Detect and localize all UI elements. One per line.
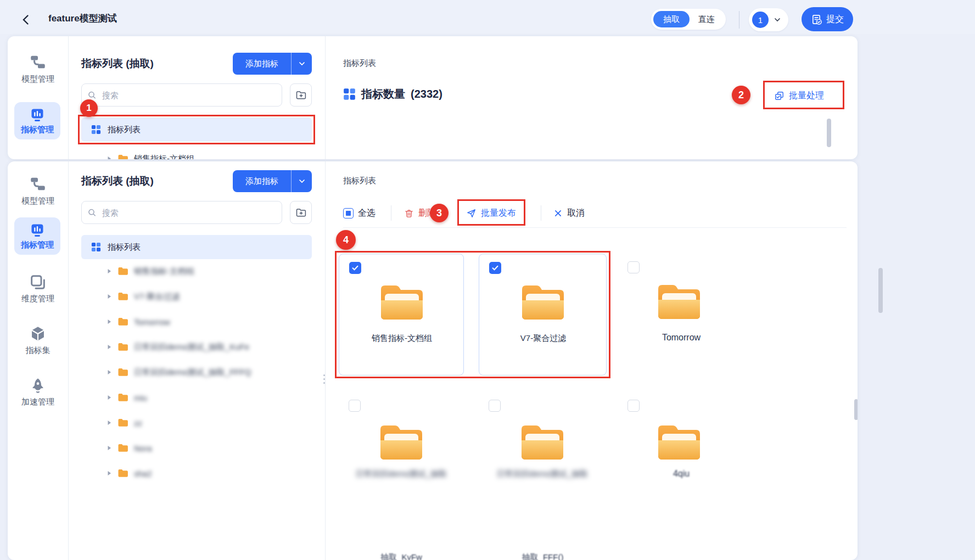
toggle-direct[interactable]: 直连	[690, 14, 724, 25]
add-metric-dropdown[interactable]	[291, 170, 312, 192]
submit-button[interactable]: 提交	[802, 7, 853, 31]
tree-item-metric-list[interactable]: 指标列表	[81, 117, 312, 142]
folder-name: Tomorrow	[619, 333, 744, 343]
tree-item-metric-list[interactable]: 指标列表	[81, 235, 312, 259]
tree-item[interactable]: 日常回归demo测试_抽取_FFFQ	[81, 360, 317, 385]
breadcrumb: 指标列表	[343, 176, 376, 186]
search-input[interactable]	[101, 208, 276, 218]
sidebar-item-label: 指标集	[26, 345, 51, 356]
select-all-label: 全选	[358, 208, 376, 219]
select-all-control[interactable]: 全选	[343, 208, 376, 219]
cube-icon	[29, 325, 47, 343]
caret-right-icon	[107, 395, 112, 400]
tree-item[interactable]: Nora	[81, 435, 317, 461]
scrollbar-thumb[interactable]	[854, 399, 858, 420]
folder-card-selected[interactable]: 销售指标-文档组	[339, 254, 464, 376]
tree-item[interactable]: V7-聚合过滤	[81, 284, 317, 309]
folder-name: 日常回归demo测试_抽取	[474, 469, 610, 479]
add-metric-button[interactable]: 添加指标	[233, 53, 291, 75]
model-connector-icon	[29, 53, 47, 71]
checkbox-checked[interactable]	[349, 262, 361, 274]
chevron-down-icon	[298, 177, 306, 186]
tree-item[interactable]: sha2	[81, 461, 317, 486]
search-box	[81, 201, 282, 224]
folder-tree: 销售指标-文档组 V7-聚合过滤 Tomorrow 日常回归demo测试_抽取_…	[81, 259, 317, 486]
tree-item[interactable]: zz	[81, 410, 317, 435]
batch-publish-button[interactable]: 批量发布	[466, 208, 516, 219]
folder-icon	[117, 418, 128, 428]
tree-item[interactable]: miu	[81, 385, 317, 410]
folder-icon	[117, 443, 128, 453]
folder-icon	[117, 468, 128, 478]
sidebar-item-label: 模型管理	[21, 196, 54, 206]
folder-card[interactable]: Tomorrow	[619, 254, 744, 376]
checkbox-unchecked[interactable]	[627, 261, 640, 273]
folder-large-icon	[378, 281, 426, 323]
tree-item-label: 销售指标-文档组	[134, 266, 194, 277]
chevron-down-icon	[298, 59, 306, 68]
tree-item-label: 销售指标-文档组	[134, 154, 194, 160]
checkbox-unchecked[interactable]	[349, 400, 361, 412]
tree-item-label: 日常回归demo测试_抽取_FFFQ	[134, 367, 251, 378]
sidebar-item-label: 维度管理	[21, 294, 54, 304]
add-metric-button[interactable]: 添加指标	[233, 170, 291, 192]
page-scrollbar-thumb[interactable]	[878, 268, 883, 313]
close-icon	[553, 209, 563, 218]
add-metric-dropdown[interactable]	[291, 53, 312, 75]
batch-copy-check-icon	[774, 91, 785, 101]
panel-top: 模型管理 指标管理 指标列表 (抽取) 添加指标	[8, 36, 858, 159]
back-button[interactable]	[20, 13, 33, 29]
tree-item[interactable]: Tomorrow	[81, 309, 317, 334]
search-icon	[87, 90, 97, 100]
sidebar-item-metric-set[interactable]: 指标集	[8, 325, 68, 356]
toggle-extract[interactable]: 抽取	[653, 11, 690, 27]
sidebar-item-model-mgmt[interactable]: 模型管理	[8, 53, 68, 85]
version-dropdown[interactable]: 1	[749, 8, 788, 31]
rail-divider	[68, 161, 69, 560]
top-bar: feature模型测试 抽取 直连 1 提交	[0, 0, 975, 34]
pane-resize-handle[interactable]	[323, 374, 325, 384]
annotation-circle-1: 1	[80, 99, 98, 117]
folder-card-selected[interactable]: V7-聚合过滤	[479, 254, 607, 376]
folder-icon	[117, 292, 128, 301]
checkbox-unchecked[interactable]	[489, 400, 501, 412]
tree-item[interactable]: 日常回归demo测试_抽取_KuFe	[81, 334, 317, 360]
cancel-button[interactable]: 取消	[553, 208, 585, 219]
checkbox-checked[interactable]	[489, 262, 501, 274]
pane-divider	[325, 36, 326, 159]
dimension-layers-icon	[29, 273, 47, 291]
scrollbar-thumb[interactable]	[827, 119, 831, 147]
add-folder-button[interactable]	[290, 83, 312, 107]
metric-monitor-icon	[30, 222, 45, 238]
checkbox-unchecked[interactable]	[627, 400, 640, 412]
tree-item-label: 指标列表	[108, 125, 141, 135]
sidebar-item-dimension-mgmt[interactable]: 维度管理	[8, 273, 68, 304]
folder-name: 4qiu	[619, 469, 744, 479]
sidebar-item-label: 模型管理	[21, 74, 54, 85]
folder-icon	[117, 367, 128, 377]
folder-large-icon	[519, 281, 567, 323]
select-all-checkbox[interactable]	[343, 208, 354, 219]
folder-icon	[117, 154, 128, 159]
search-icon	[87, 208, 97, 217]
tree-item[interactable]: 销售指标-文档组	[81, 259, 317, 284]
search-input[interactable]	[101, 90, 276, 100]
sidebar-item-label: 指标管理	[21, 240, 54, 250]
batch-process-button[interactable]: 批量处理	[774, 88, 824, 103]
sidebar-item-model-mgmt[interactable]: 模型管理	[8, 175, 68, 206]
sidebar-item-metric-mgmt[interactable]: 指标管理	[14, 217, 60, 255]
sidebar-item-metric-mgmt[interactable]: 指标管理	[14, 102, 60, 139]
folder-subline: 抽取_FFF()	[479, 552, 607, 560]
toolbar-divider	[391, 205, 391, 221]
check-icon	[351, 264, 359, 272]
grid-icon	[91, 242, 101, 252]
folder-card[interactable]: 日常回归demo测试_抽取 抽取_KvFw	[339, 392, 464, 560]
batch-process-label: 批量处理	[789, 90, 824, 102]
sidebar-item-label: 指标管理	[21, 125, 54, 135]
add-folder-button[interactable]	[290, 201, 312, 224]
tree-item-partial[interactable]: 销售指标-文档组	[81, 146, 312, 159]
chevron-down-icon	[773, 15, 782, 24]
folder-card[interactable]: 日常回归demo测试_抽取 抽取_FFF()	[479, 392, 607, 560]
sidebar-item-acceleration-mgmt[interactable]: 加速管理	[8, 377, 68, 407]
folder-card[interactable]: 4qiu	[619, 392, 744, 560]
